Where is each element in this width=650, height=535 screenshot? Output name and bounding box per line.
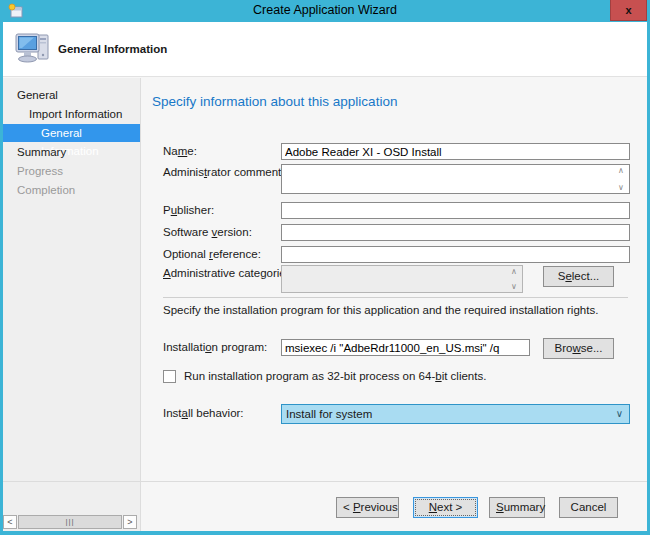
installation-program-label: Installation program: bbox=[163, 341, 267, 353]
nav-item-general[interactable]: General bbox=[3, 86, 140, 104]
categories-scrollbar: ∧ ∨ bbox=[507, 266, 521, 292]
optional-reference-label: Optional reference: bbox=[163, 248, 261, 260]
page-title: General Information bbox=[58, 43, 167, 55]
scroll-up-icon[interactable]: ∧ bbox=[614, 165, 628, 176]
software-version-input[interactable] bbox=[281, 224, 630, 241]
installation-program-input[interactable] bbox=[281, 339, 530, 356]
install-behavior-label: Install behavior: bbox=[163, 407, 244, 419]
nav-item-completion: Completion bbox=[3, 181, 140, 199]
scroll-right-icon: > bbox=[127, 517, 132, 527]
window-title: Create Application Wizard bbox=[0, 3, 650, 17]
name-input[interactable] bbox=[281, 143, 630, 160]
browse-button[interactable]: Browse... bbox=[543, 338, 614, 359]
scroll-down-icon: ∨ bbox=[507, 281, 521, 292]
install-behavior-value: Install for system bbox=[286, 408, 372, 420]
wizard-body: General Information General Import Infor… bbox=[3, 22, 647, 531]
scroll-up-icon: ∧ bbox=[507, 266, 521, 277]
titlebar: Create Application Wizard x bbox=[0, 0, 650, 22]
nav-item-progress: Progress bbox=[3, 162, 140, 180]
administrator-comments-input[interactable]: ∧ ∨ bbox=[281, 164, 630, 194]
footer-separator bbox=[3, 481, 647, 482]
next-button[interactable]: Next > bbox=[413, 497, 478, 518]
publisher-input[interactable] bbox=[281, 202, 630, 219]
scroll-down-icon[interactable]: ∨ bbox=[614, 182, 628, 193]
section-separator bbox=[163, 297, 628, 298]
previous-button[interactable]: < Previous bbox=[336, 497, 399, 518]
installation-section-text: Specify the installation program for thi… bbox=[163, 304, 598, 316]
create-application-wizard-window: Create Application Wizard x General Info… bbox=[0, 0, 650, 535]
administrative-categories-input: ∧ ∨ bbox=[281, 265, 523, 293]
nav-horizontal-scrollbar[interactable]: < ||| > bbox=[3, 515, 137, 529]
cancel-button[interactable]: Cancel bbox=[559, 497, 618, 518]
install-behavior-dropdown[interactable]: Install for system ∨ bbox=[281, 404, 630, 424]
publisher-label: Publisher: bbox=[163, 204, 214, 216]
nav-item-import-information[interactable]: Import Information bbox=[3, 105, 140, 123]
nav-item-summary[interactable]: Summary bbox=[3, 143, 140, 161]
content-pane: Specify information about this applicati… bbox=[141, 78, 647, 531]
grip-icon: ||| bbox=[65, 517, 74, 526]
scroll-left-icon: < bbox=[7, 517, 12, 527]
nav-item-general-information[interactable]: General Information bbox=[3, 124, 140, 142]
close-button[interactable]: x bbox=[610, 0, 647, 21]
name-label: Name: bbox=[163, 145, 197, 157]
administrative-categories-label: Administrative categories: bbox=[163, 267, 295, 279]
scroll-right-button[interactable]: > bbox=[123, 515, 137, 529]
summary-button[interactable]: Summary bbox=[489, 497, 545, 518]
close-icon: x bbox=[625, 4, 631, 16]
software-version-label: Software version: bbox=[163, 226, 252, 238]
scrollbar-thumb[interactable]: ||| bbox=[18, 515, 122, 529]
chevron-down-icon: ∨ bbox=[616, 405, 623, 423]
run-32bit-checkbox-label: Run installation program as 32-bit proce… bbox=[184, 370, 486, 382]
computer-icon bbox=[14, 29, 54, 69]
comments-scrollbar[interactable]: ∧ ∨ bbox=[614, 165, 628, 193]
content-heading: Specify information about this applicati… bbox=[152, 94, 397, 109]
wizard-step-list: General Import Information General Infor… bbox=[3, 78, 140, 531]
administrator-comments-label: Administrator comments: bbox=[163, 166, 290, 178]
run-32bit-checkbox[interactable] bbox=[163, 370, 176, 383]
scroll-left-button[interactable]: < bbox=[3, 515, 17, 529]
select-categories-button[interactable]: Select... bbox=[543, 266, 614, 287]
page-header: General Information bbox=[3, 22, 647, 77]
optional-reference-input[interactable] bbox=[281, 246, 630, 263]
